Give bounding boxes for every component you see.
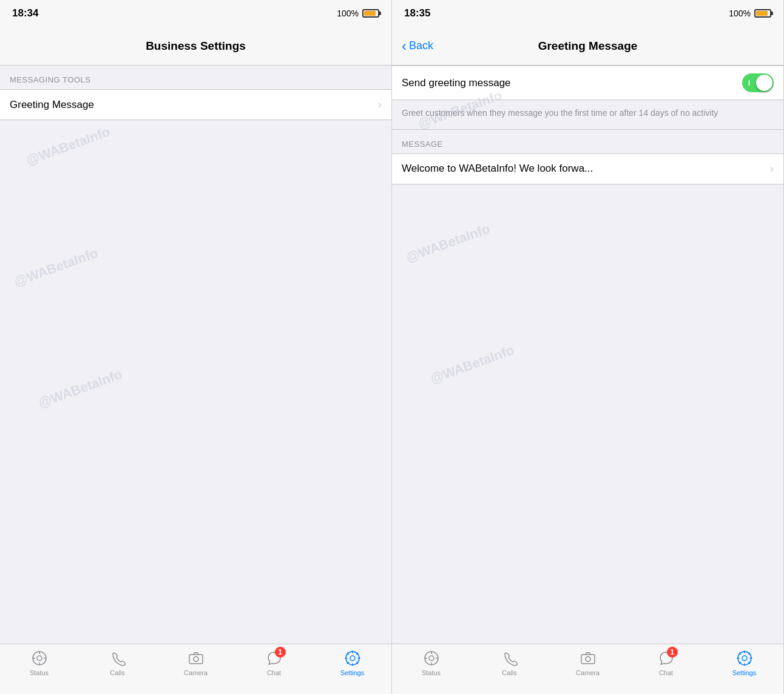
greeting-message-chevron: › — [378, 98, 382, 111]
chat-badge-right: 1 — [667, 647, 678, 658]
svg-point-9 — [346, 652, 359, 665]
messaging-tools-header: MESSAGING TOOLS — [0, 66, 391, 89]
svg-point-8 — [350, 656, 355, 661]
tab-calls-left[interactable]: Calls — [78, 649, 157, 676]
greeting-message-item[interactable]: Greeting Message › — [0, 90, 391, 120]
status-right-left: 100% — [337, 8, 379, 18]
tab-settings-left[interactable]: Settings — [313, 649, 391, 676]
svg-point-19 — [738, 652, 751, 665]
back-chevron-icon: ‹ — [402, 39, 407, 53]
battery-pct-right: 100% — [729, 8, 751, 18]
greeting-toggle[interactable] — [742, 73, 774, 92]
status-bar-left: 18:34 100% — [0, 0, 391, 27]
chat-badge-left: 1 — [275, 647, 286, 658]
status-label-left: Status — [30, 669, 49, 676]
calls-icon-left — [109, 649, 127, 667]
svg-point-1 — [37, 656, 42, 661]
tab-camera-right[interactable]: Camera — [549, 649, 627, 676]
page-title-right: Greeting Message — [538, 39, 638, 53]
message-section-header: MESSAGE — [392, 130, 783, 153]
status-icon-right — [422, 649, 441, 667]
status-label-right: Status — [422, 669, 441, 676]
message-value: Welcome to WABetaInfo! We look forwa... — [402, 163, 593, 175]
svg-rect-6 — [189, 655, 203, 664]
tab-settings-right[interactable]: Settings — [705, 649, 783, 676]
camera-label-left: Camera — [184, 669, 208, 676]
status-time-right: 18:35 — [404, 7, 430, 19]
left-panel: 18:34 100% Business Settings @WABetaInfo… — [0, 0, 392, 694]
tab-bar-left: Status Calls Camera — [0, 644, 391, 694]
message-item[interactable]: Welcome to WABetaInfo! We look forwa... … — [392, 154, 783, 184]
message-chevron: › — [770, 163, 774, 175]
chat-icon-right: 1 — [657, 649, 675, 667]
battery-icon-right — [754, 9, 771, 18]
calls-label-left: Calls — [110, 669, 124, 676]
settings-icon-left — [343, 649, 362, 667]
greeting-toggle-row: Send greeting message — [392, 66, 783, 100]
tab-status-left[interactable]: Status — [0, 649, 78, 676]
tab-camera-left[interactable]: Camera — [157, 649, 235, 676]
tab-status-right[interactable]: Status — [392, 649, 470, 676]
watermark-left-2: @WABetaInfo — [12, 245, 100, 290]
svg-point-7 — [194, 657, 198, 662]
message-list-group: Welcome to WABetaInfo! We look forwa... … — [392, 153, 783, 184]
tab-calls-right[interactable]: Calls — [470, 649, 549, 676]
messaging-tools-list: Greeting Message › — [0, 89, 391, 120]
camera-label-right: Camera — [576, 669, 600, 676]
status-right-right: 100% — [729, 8, 771, 18]
tab-bar-right: Status Calls Camera — [392, 644, 783, 694]
chat-label-right: Chat — [659, 669, 673, 676]
greeting-description: Greet customers when they message you th… — [402, 108, 718, 118]
greeting-message-label: Greeting Message — [10, 99, 94, 111]
settings-label-left: Settings — [340, 669, 365, 676]
calls-label-right: Calls — [502, 669, 516, 676]
status-time-left: 18:34 — [12, 7, 38, 19]
status-icon-left — [30, 649, 49, 667]
page-title-left: Business Settings — [146, 39, 246, 53]
tab-chat-right[interactable]: 1 Chat — [627, 649, 705, 676]
watermark-left: @WABetaInfo — [24, 124, 112, 169]
greeting-toggle-label: Send greeting message — [402, 77, 511, 89]
back-label: Back — [409, 39, 433, 52]
status-bar-right: 18:35 100% — [392, 0, 783, 27]
content-right: @WABetaInfo @WABetaInfo @WABetaInfo Send… — [392, 66, 783, 644]
watermark-left-3: @WABetaInfo — [36, 366, 124, 411]
battery-pct-left: 100% — [337, 8, 359, 18]
back-button[interactable]: ‹ Back — [402, 39, 433, 53]
chat-label-left: Chat — [267, 669, 281, 676]
watermark-right-2: @WABetaInfo — [404, 221, 492, 266]
settings-label-right: Settings — [732, 669, 757, 676]
calls-icon-right — [501, 649, 519, 667]
watermark-right-3: @WABetaInfo — [428, 342, 516, 387]
chat-icon-left: 1 — [265, 649, 283, 667]
nav-bar-left: Business Settings — [0, 27, 391, 66]
svg-point-11 — [429, 656, 434, 661]
tab-chat-left[interactable]: 1 Chat — [235, 649, 313, 676]
battery-icon-left — [362, 9, 379, 18]
camera-icon-left — [187, 649, 205, 667]
camera-icon-right — [579, 649, 597, 667]
content-left: @WABetaInfo @WABetaInfo @WABetaInfo MESS… — [0, 66, 391, 644]
svg-rect-16 — [581, 655, 595, 664]
nav-bar-right: ‹ Back Greeting Message — [392, 27, 783, 66]
svg-point-17 — [586, 657, 590, 662]
toggle-thumb — [756, 75, 772, 91]
settings-icon-right — [735, 649, 754, 667]
right-panel: 18:35 100% ‹ Back Greeting Message @WABe… — [392, 0, 784, 694]
svg-point-18 — [742, 656, 747, 661]
greeting-description-box: Greet customers when they message you th… — [392, 100, 783, 130]
